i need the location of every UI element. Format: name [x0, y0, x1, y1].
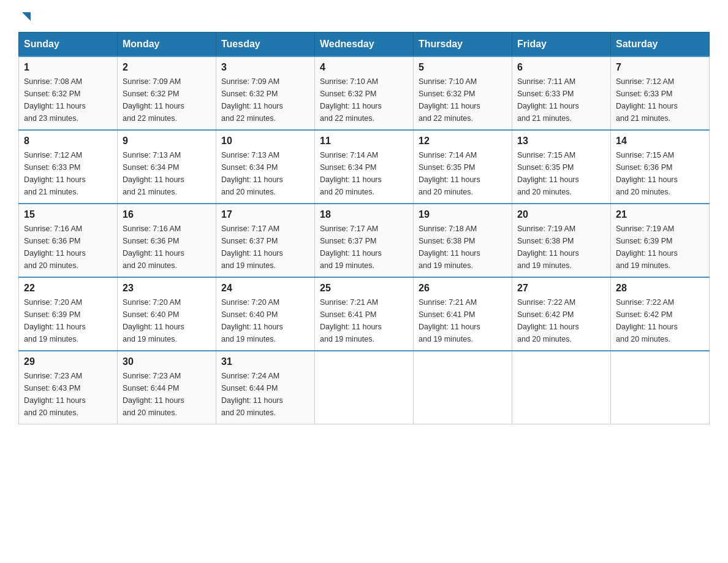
week-row-4: 22 Sunrise: 7:20 AM Sunset: 6:39 PM Dayl… [19, 277, 710, 351]
day-number: 3 [221, 62, 309, 73]
day-info: Sunrise: 7:10 AM Sunset: 6:32 PM Dayligh… [419, 75, 507, 124]
week-row-5: 29 Sunrise: 7:23 AM Sunset: 6:43 PM Dayl… [19, 351, 710, 424]
calendar-header-row: SundayMondayTuesdayWednesdayThursdayFrid… [19, 33, 710, 57]
calendar-cell [611, 351, 710, 424]
calendar-cell: 8 Sunrise: 7:12 AM Sunset: 6:33 PM Dayli… [19, 130, 118, 204]
calendar-table: SundayMondayTuesdayWednesdayThursdayFrid… [18, 32, 710, 424]
calendar-cell: 14 Sunrise: 7:15 AM Sunset: 6:36 PM Dayl… [611, 130, 710, 204]
calendar-cell: 21 Sunrise: 7:19 AM Sunset: 6:39 PM Dayl… [611, 204, 710, 277]
day-number: 5 [419, 62, 507, 73]
day-info: Sunrise: 7:20 AM Sunset: 6:40 PM Dayligh… [221, 296, 309, 345]
day-number: 25 [320, 283, 408, 294]
calendar-cell: 1 Sunrise: 7:08 AM Sunset: 6:32 PM Dayli… [19, 56, 118, 130]
week-row-3: 15 Sunrise: 7:16 AM Sunset: 6:36 PM Dayl… [19, 204, 710, 277]
day-info: Sunrise: 7:19 AM Sunset: 6:38 PM Dayligh… [517, 223, 605, 272]
day-number: 16 [123, 209, 211, 220]
day-number: 19 [419, 209, 507, 220]
day-number: 9 [123, 136, 211, 147]
calendar-cell: 20 Sunrise: 7:19 AM Sunset: 6:38 PM Dayl… [512, 204, 611, 277]
logo-triangle-icon [20, 10, 33, 23]
day-number: 23 [123, 283, 211, 294]
day-number: 15 [24, 209, 112, 220]
day-number: 21 [616, 209, 704, 220]
calendar-cell: 9 Sunrise: 7:13 AM Sunset: 6:34 PM Dayli… [118, 130, 216, 204]
day-number: 20 [517, 209, 605, 220]
day-number: 18 [320, 209, 408, 220]
day-info: Sunrise: 7:17 AM Sunset: 6:37 PM Dayligh… [320, 223, 408, 272]
day-number: 26 [419, 283, 507, 294]
calendar-cell: 17 Sunrise: 7:17 AM Sunset: 6:37 PM Dayl… [216, 204, 315, 277]
day-info: Sunrise: 7:08 AM Sunset: 6:32 PM Dayligh… [24, 75, 112, 124]
day-info: Sunrise: 7:12 AM Sunset: 6:33 PM Dayligh… [616, 75, 704, 124]
calendar-cell: 24 Sunrise: 7:20 AM Sunset: 6:40 PM Dayl… [216, 277, 315, 351]
day-number: 1 [24, 62, 112, 73]
day-number: 17 [221, 209, 309, 220]
calendar-cell: 31 Sunrise: 7:24 AM Sunset: 6:44 PM Dayl… [216, 351, 315, 424]
day-info: Sunrise: 7:19 AM Sunset: 6:39 PM Dayligh… [616, 223, 704, 272]
calendar-cell: 28 Sunrise: 7:22 AM Sunset: 6:42 PM Dayl… [611, 277, 710, 351]
day-info: Sunrise: 7:14 AM Sunset: 6:35 PM Dayligh… [419, 149, 507, 198]
calendar-cell: 12 Sunrise: 7:14 AM Sunset: 6:35 PM Dayl… [414, 130, 512, 204]
calendar-cell: 7 Sunrise: 7:12 AM Sunset: 6:33 PM Dayli… [611, 56, 710, 130]
calendar-cell: 13 Sunrise: 7:15 AM Sunset: 6:35 PM Dayl… [512, 130, 611, 204]
day-number: 14 [616, 136, 704, 147]
calendar-cell: 25 Sunrise: 7:21 AM Sunset: 6:41 PM Dayl… [315, 277, 414, 351]
calendar-cell: 29 Sunrise: 7:23 AM Sunset: 6:43 PM Dayl… [19, 351, 118, 424]
calendar-cell: 6 Sunrise: 7:11 AM Sunset: 6:33 PM Dayli… [512, 56, 611, 130]
calendar-cell [512, 351, 611, 424]
calendar-cell: 5 Sunrise: 7:10 AM Sunset: 6:32 PM Dayli… [414, 56, 512, 130]
day-info: Sunrise: 7:16 AM Sunset: 6:36 PM Dayligh… [123, 223, 211, 272]
day-info: Sunrise: 7:20 AM Sunset: 6:40 PM Dayligh… [123, 296, 211, 345]
header-thursday: Thursday [414, 33, 512, 57]
day-info: Sunrise: 7:10 AM Sunset: 6:32 PM Dayligh… [320, 75, 408, 124]
day-info: Sunrise: 7:14 AM Sunset: 6:34 PM Dayligh… [320, 149, 408, 198]
logo [18, 12, 33, 20]
calendar-cell: 10 Sunrise: 7:13 AM Sunset: 6:34 PM Dayl… [216, 130, 315, 204]
calendar-cell: 19 Sunrise: 7:18 AM Sunset: 6:38 PM Dayl… [414, 204, 512, 277]
day-info: Sunrise: 7:15 AM Sunset: 6:35 PM Dayligh… [517, 149, 605, 198]
day-number: 27 [517, 283, 605, 294]
day-info: Sunrise: 7:23 AM Sunset: 6:43 PM Dayligh… [24, 370, 112, 419]
calendar-cell [315, 351, 414, 424]
day-info: Sunrise: 7:21 AM Sunset: 6:41 PM Dayligh… [419, 296, 507, 345]
day-number: 29 [24, 356, 112, 367]
calendar-cell: 22 Sunrise: 7:20 AM Sunset: 6:39 PM Dayl… [19, 277, 118, 351]
calendar-cell: 11 Sunrise: 7:14 AM Sunset: 6:34 PM Dayl… [315, 130, 414, 204]
day-number: 13 [517, 136, 605, 147]
day-info: Sunrise: 7:11 AM Sunset: 6:33 PM Dayligh… [517, 75, 605, 124]
day-info: Sunrise: 7:22 AM Sunset: 6:42 PM Dayligh… [517, 296, 605, 345]
week-row-2: 8 Sunrise: 7:12 AM Sunset: 6:33 PM Dayli… [19, 130, 710, 204]
day-number: 8 [24, 136, 112, 147]
calendar-cell: 27 Sunrise: 7:22 AM Sunset: 6:42 PM Dayl… [512, 277, 611, 351]
day-number: 24 [221, 283, 309, 294]
day-info: Sunrise: 7:15 AM Sunset: 6:36 PM Dayligh… [616, 149, 704, 198]
calendar-cell: 18 Sunrise: 7:17 AM Sunset: 6:37 PM Dayl… [315, 204, 414, 277]
calendar-cell: 4 Sunrise: 7:10 AM Sunset: 6:32 PM Dayli… [315, 56, 414, 130]
day-info: Sunrise: 7:09 AM Sunset: 6:32 PM Dayligh… [221, 75, 309, 124]
header-sunday: Sunday [19, 33, 118, 57]
day-info: Sunrise: 7:13 AM Sunset: 6:34 PM Dayligh… [221, 149, 309, 198]
day-info: Sunrise: 7:18 AM Sunset: 6:38 PM Dayligh… [419, 223, 507, 272]
calendar-cell: 3 Sunrise: 7:09 AM Sunset: 6:32 PM Dayli… [216, 56, 315, 130]
day-number: 30 [123, 356, 211, 367]
header-monday: Monday [118, 33, 216, 57]
day-number: 6 [517, 62, 605, 73]
week-row-1: 1 Sunrise: 7:08 AM Sunset: 6:32 PM Dayli… [19, 56, 710, 130]
svg-marker-0 [22, 12, 31, 21]
day-number: 31 [221, 356, 309, 367]
header-wednesday: Wednesday [315, 33, 414, 57]
calendar-cell: 16 Sunrise: 7:16 AM Sunset: 6:36 PM Dayl… [118, 204, 216, 277]
day-info: Sunrise: 7:17 AM Sunset: 6:37 PM Dayligh… [221, 223, 309, 272]
day-info: Sunrise: 7:09 AM Sunset: 6:32 PM Dayligh… [123, 75, 211, 124]
day-number: 22 [24, 283, 112, 294]
day-number: 10 [221, 136, 309, 147]
calendar-cell: 30 Sunrise: 7:23 AM Sunset: 6:44 PM Dayl… [118, 351, 216, 424]
day-number: 2 [123, 62, 211, 73]
day-number: 28 [616, 283, 704, 294]
day-number: 11 [320, 136, 408, 147]
calendar-cell: 26 Sunrise: 7:21 AM Sunset: 6:41 PM Dayl… [414, 277, 512, 351]
day-info: Sunrise: 7:23 AM Sunset: 6:44 PM Dayligh… [123, 370, 211, 419]
day-info: Sunrise: 7:13 AM Sunset: 6:34 PM Dayligh… [123, 149, 211, 198]
day-number: 7 [616, 62, 704, 73]
calendar-cell: 2 Sunrise: 7:09 AM Sunset: 6:32 PM Dayli… [118, 56, 216, 130]
